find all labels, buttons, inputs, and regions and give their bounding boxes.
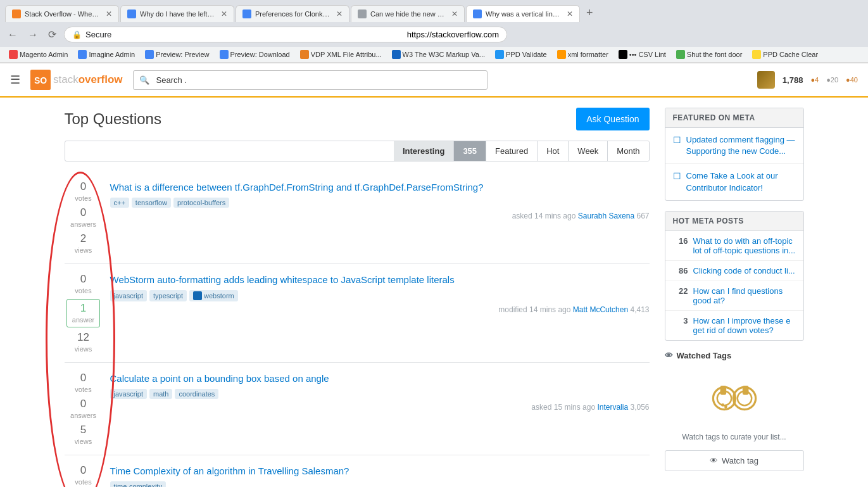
hot-meta-link-1[interactable]: What to do with an off-topic lot of off-… bbox=[693, 236, 796, 255]
tab-4-close[interactable]: ✕ bbox=[451, 9, 458, 18]
reload-button[interactable]: ⟳ bbox=[46, 26, 59, 43]
filter-tab-interesting[interactable]: Interesting bbox=[394, 141, 454, 161]
votes-label-1: votes bbox=[75, 194, 91, 202]
bookmark-ppdcache-label: PPD Cache Clear bbox=[763, 51, 818, 58]
filter-tab-hot[interactable]: Hot bbox=[538, 141, 569, 161]
bookmark-ppd[interactable]: PPD Validate bbox=[491, 49, 551, 60]
bookmark-font[interactable]: Shut the font door bbox=[672, 49, 746, 60]
tab-4[interactable]: Can we hide the new line... ✕ bbox=[351, 5, 465, 22]
tab-1-favicon bbox=[12, 9, 21, 18]
tab-3[interactable]: Preferences for Clonkex ... ✕ bbox=[236, 5, 349, 22]
questions-list: 0 votes 0 answers 2 views What bbox=[65, 172, 650, 487]
bookmark-imagine[interactable]: Imagine Admin bbox=[74, 49, 139, 60]
tab-5[interactable]: Why was a vertical line a... ✕ bbox=[466, 5, 580, 22]
bookmark-vdp-label: VDP XML File Attribu... bbox=[311, 51, 382, 58]
featured-meta-link-1[interactable]: Updated comment flagging — Supporting th… bbox=[686, 134, 796, 157]
tag-typescript[interactable]: typescript bbox=[149, 290, 187, 301]
tag-webstorm[interactable]: webstorm bbox=[189, 290, 238, 301]
tab-3-close[interactable]: ✕ bbox=[336, 9, 343, 18]
hot-meta-posts-title: HOT META POSTS bbox=[665, 212, 803, 231]
bookmark-w3-icon bbox=[392, 50, 401, 59]
filter-tab-week[interactable]: Week bbox=[569, 141, 608, 161]
bookmark-ppdcache-icon bbox=[752, 50, 761, 59]
hot-meta-link-3[interactable]: How can I find questions good at? bbox=[693, 286, 796, 305]
so-logo-text: stackoverflow bbox=[53, 73, 123, 86]
tag-cpp[interactable]: c++ bbox=[110, 198, 129, 208]
hamburger-menu[interactable]: ☰ bbox=[10, 73, 20, 87]
votes-stat-2: 0 votes bbox=[75, 273, 91, 295]
svg-rect-7 bbox=[720, 386, 726, 395]
hot-meta-num-4: 3 bbox=[673, 316, 688, 335]
tab-1-close[interactable]: ✕ bbox=[106, 9, 112, 18]
bookmark-preview-icon bbox=[145, 50, 154, 59]
tab-4-favicon bbox=[358, 9, 367, 18]
featured-meta-item-1: ☐ Updated comment flagging — Supporting … bbox=[665, 128, 803, 164]
tag-math[interactable]: math bbox=[149, 389, 172, 399]
webstorm-tag-icon bbox=[193, 291, 202, 300]
question-title-1[interactable]: What is a difference between tf.GraphDef… bbox=[110, 180, 650, 194]
bookmark-vdp[interactable]: VDP XML File Attribu... bbox=[296, 49, 386, 60]
tag-coordinates[interactable]: coordinates bbox=[175, 389, 218, 399]
featured-meta-link-2[interactable]: Come Take a Look at our Contributor Indi… bbox=[686, 170, 796, 193]
question-body-4: Time Complexity of an algorithm in Trave… bbox=[110, 464, 650, 487]
tab-3-favicon bbox=[242, 9, 251, 18]
watch-tag-button[interactable]: 👁 Watch tag bbox=[665, 450, 804, 471]
hot-meta-link-4[interactable]: How can I improve these e get rid of dow… bbox=[693, 316, 796, 335]
hot-meta-posts-section: HOT META POSTS 16 What to do with an off… bbox=[665, 211, 804, 341]
hot-meta-link-2[interactable]: Clicking code of conduct li... bbox=[693, 266, 795, 275]
hot-meta-item-2: 86 Clicking code of conduct li... bbox=[665, 261, 803, 281]
address-bar[interactable]: 🔒 Secure https://stackoverflow.com bbox=[64, 27, 507, 42]
filter-tab-featured[interactable]: Featured bbox=[486, 141, 538, 161]
tab-5-close[interactable]: ✕ bbox=[567, 9, 573, 18]
tag-protocol-buffers[interactable]: protocol-buffers bbox=[173, 198, 229, 208]
so-search-bar: 🔍 bbox=[133, 70, 487, 90]
votes-stat-4: 0 votes bbox=[75, 464, 91, 486]
back-button[interactable]: ← bbox=[5, 27, 20, 43]
bookmark-xml[interactable]: xml formatter bbox=[553, 49, 612, 60]
user-link-3[interactable]: Intervalia bbox=[597, 403, 628, 412]
bookmark-csv-icon bbox=[619, 50, 627, 59]
question-item-2: 0 votes 1 answer 12 views WebSt bbox=[65, 264, 650, 363]
tab-2[interactable]: Why do I have the left na... ✕ bbox=[120, 5, 234, 22]
badge-silver: ●20 bbox=[826, 76, 838, 84]
tag-time-complexity[interactable]: time-complexity bbox=[110, 481, 166, 487]
bookmark-w3[interactable]: W3 The W3C Markup Va... bbox=[388, 49, 489, 60]
question-item-4: 0 votes 0 answers 2 views Time bbox=[65, 455, 650, 487]
views-stat-3: 5 views bbox=[75, 424, 92, 446]
question-title-4[interactable]: Time Complexity of an algorithm in Trave… bbox=[110, 464, 650, 478]
bookmark-download[interactable]: Preview: Download bbox=[216, 49, 294, 60]
tag-javascript-2[interactable]: javascript bbox=[110, 290, 147, 301]
bookmark-magento[interactable]: Magento Admin bbox=[5, 49, 72, 60]
new-tab-button[interactable]: + bbox=[581, 4, 598, 22]
user-link-1[interactable]: Saurabh Saxena bbox=[578, 212, 634, 220]
answers-count-2: 1 bbox=[72, 302, 94, 315]
binoculars-illustration bbox=[709, 370, 760, 421]
watched-tags-icon: 👁 bbox=[665, 351, 673, 360]
tag-javascript-3[interactable]: javascript bbox=[110, 389, 147, 399]
tab-2-close[interactable]: ✕ bbox=[221, 9, 227, 18]
user-rep-3: 3,056 bbox=[630, 403, 649, 412]
search-input[interactable] bbox=[133, 70, 487, 90]
user-link-2[interactable]: Matt McCutchen bbox=[573, 305, 628, 314]
bookmark-csv[interactable]: ••• CSV Lint bbox=[615, 49, 670, 60]
bookmark-ppdcache[interactable]: PPD Cache Clear bbox=[748, 49, 822, 60]
reputation-score: 1,788 bbox=[783, 75, 803, 85]
question-title-3[interactable]: Calculate a point on a bounding box base… bbox=[110, 372, 650, 385]
votes-count-3: 0 bbox=[75, 372, 91, 384]
question-title-2[interactable]: WebStorm auto-formatting adds leading wh… bbox=[110, 273, 650, 286]
questions-header: Top Questions Ask Question bbox=[65, 108, 650, 130]
forward-button[interactable]: → bbox=[25, 27, 41, 43]
question-item-3: 0 votes 0 answers 5 views Calcu bbox=[65, 363, 650, 455]
votes-stat-3: 0 votes bbox=[75, 372, 91, 394]
watched-tags-desc: Watch tags to curate your list... bbox=[665, 431, 804, 443]
votes-stat-1: 0 votes bbox=[75, 180, 91, 203]
tag-tensorflow[interactable]: tensorflow bbox=[132, 198, 171, 208]
filter-tab-month[interactable]: Month bbox=[608, 141, 648, 161]
tags-1: c++ tensorflow protocol-buffers bbox=[110, 198, 650, 208]
bookmark-preview[interactable]: Preview: Preview bbox=[141, 49, 213, 60]
ask-question-button[interactable]: Ask Question bbox=[576, 108, 649, 130]
so-logo[interactable]: SO stackoverflow bbox=[30, 70, 123, 90]
question-stats-3: 0 votes 0 answers 5 views bbox=[65, 372, 103, 446]
user-rep-1: 667 bbox=[636, 212, 649, 220]
tab-1[interactable]: Stack Overflow - Where ... ✕ bbox=[5, 5, 119, 22]
